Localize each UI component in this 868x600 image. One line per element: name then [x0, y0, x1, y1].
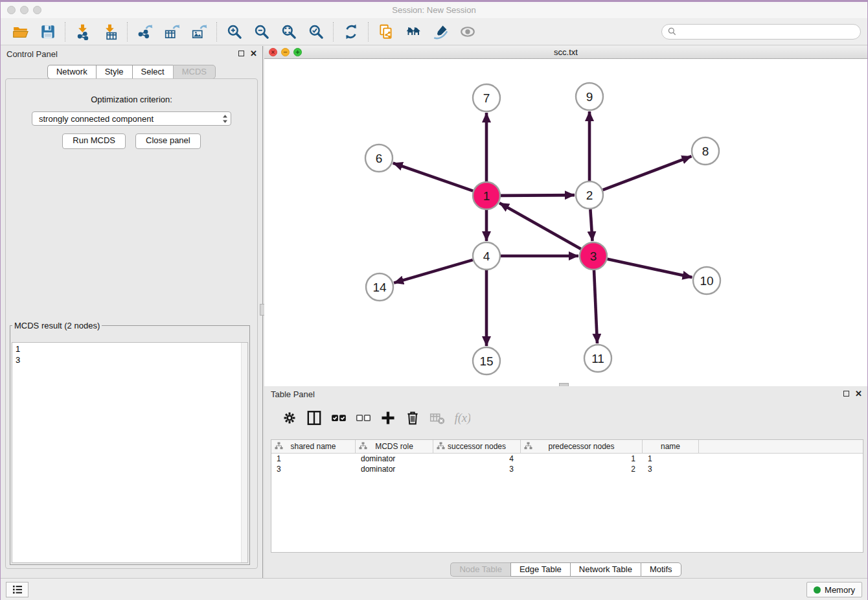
delete-columns-button[interactable]	[400, 410, 425, 426]
tab-edge-table[interactable]: Edge Table	[510, 562, 570, 577]
tab-motifs[interactable]: Motifs	[641, 562, 681, 577]
tab-select[interactable]: Select	[132, 65, 173, 79]
column-header-successor-nodes[interactable]: successor nodes	[433, 440, 521, 453]
table-row[interactable]: 3dominator323	[271, 464, 863, 474]
tab-network[interactable]: Network	[47, 65, 96, 79]
node-label-4: 4	[483, 249, 490, 263]
window-title: Session: New Session	[1, 5, 867, 15]
task-history-button[interactable]	[6, 582, 29, 597]
toolbar-buttons	[7, 21, 481, 43]
search-icon	[668, 27, 676, 36]
edge-2-8[interactable]	[603, 156, 692, 190]
clone-network-button[interactable]	[372, 21, 400, 43]
memory-button[interactable]: Memory	[806, 582, 862, 597]
table-row[interactable]: 1dominator411	[271, 454, 863, 464]
show-networks-icon	[405, 23, 422, 40]
network-window-titlebar[interactable]: scc.txt	[264, 46, 867, 59]
import-table-icon	[102, 23, 119, 40]
tab-mcds[interactable]: MCDS	[173, 65, 216, 79]
import-table-button[interactable]	[97, 21, 124, 43]
toolbar-separator	[127, 22, 128, 41]
run-mcds-button[interactable]: Run MCDS	[62, 133, 126, 149]
function-builder-button: f(x)	[450, 410, 474, 426]
delete-columns-icon	[404, 410, 421, 426]
node-label-15: 15	[479, 354, 493, 368]
table-panel: Table Panel ✕ f(x) shared nameMCDS roles…	[264, 386, 867, 579]
export-table-button[interactable]	[159, 21, 186, 43]
table-tabs: Node TableEdge TableNetwork TableMotifs	[264, 562, 867, 577]
column-label: shared name	[290, 442, 336, 451]
edge-1-6[interactable]	[393, 163, 474, 191]
paint-style-button[interactable]	[427, 21, 454, 43]
edge-3-11[interactable]	[594, 270, 597, 343]
show-networks-button[interactable]	[400, 21, 427, 43]
column-header-predecessor-nodes[interactable]: predecessor nodes	[521, 440, 643, 453]
table-settings-button[interactable]	[277, 410, 302, 426]
result-scrollbar[interactable]	[241, 343, 247, 562]
table-body: 1dominator4113dominator323	[271, 454, 863, 474]
cell-mcds-role: dominator	[356, 464, 433, 474]
node-label-14: 14	[372, 281, 387, 294]
network-canvas[interactable]: 1234678910111415	[264, 59, 867, 386]
function-builder-icon: f(x)	[453, 410, 470, 426]
float-table-panel-icon[interactable]	[843, 391, 849, 397]
node-label-9: 9	[586, 90, 593, 104]
table-settings-icon	[281, 410, 298, 426]
search-input[interactable]	[680, 27, 854, 37]
tab-style[interactable]: Style	[96, 65, 132, 79]
apply-layout-button[interactable]	[337, 21, 365, 43]
split-table-button[interactable]	[302, 410, 326, 426]
node-label-1: 1	[483, 189, 490, 203]
node-label-3: 3	[590, 249, 597, 263]
add-column-button[interactable]	[376, 410, 400, 426]
control-panel-tabs: NetworkStyleSelectMCDS	[1, 65, 262, 79]
column-header-mcds-role[interactable]: MCDS role	[356, 440, 433, 453]
float-panel-icon[interactable]	[238, 51, 244, 56]
export-network-icon	[137, 23, 154, 40]
status-bar: Memory	[1, 578, 867, 600]
column-header-name[interactable]: name	[643, 440, 699, 453]
select-all-columns-button[interactable]	[326, 410, 351, 426]
edge-3-1[interactable]	[499, 203, 581, 249]
mcds-result-list[interactable]: 13	[12, 342, 248, 563]
close-panel-icon[interactable]: ✕	[250, 50, 257, 57]
zoom-selected-button[interactable]	[303, 21, 330, 43]
edge-3-10[interactable]	[608, 259, 692, 277]
mcds-result-line: 3	[16, 354, 247, 365]
table-toolbar: f(x)	[271, 404, 862, 432]
save-session-button[interactable]	[34, 21, 62, 43]
open-session-button[interactable]	[7, 21, 34, 43]
zoom-out-icon	[253, 23, 270, 40]
edge-1-2[interactable]	[501, 195, 575, 196]
zoom-fit-button[interactable]	[275, 21, 303, 43]
unselect-all-columns-button[interactable]	[351, 410, 376, 426]
edge-4-14[interactable]	[394, 260, 473, 283]
clone-network-icon	[378, 23, 394, 40]
column-header-shared-name[interactable]: shared name	[271, 440, 356, 453]
zoom-selected-icon	[308, 23, 325, 40]
tab-network-table[interactable]: Network Table	[570, 562, 641, 577]
import-network-button[interactable]	[69, 21, 97, 43]
search-box[interactable]	[661, 24, 861, 40]
toolbar-separator	[65, 22, 66, 41]
node-label-6: 6	[376, 152, 383, 165]
unselect-all-columns-icon	[355, 410, 372, 426]
import-network-icon	[74, 23, 91, 40]
optimization-criterion-label: Optimization criterion:	[6, 95, 257, 104]
zoom-out-button[interactable]	[248, 21, 275, 43]
mcds-result-title: MCDS result (2 nodes)	[12, 321, 102, 330]
export-image-button[interactable]	[186, 21, 213, 43]
optimization-criterion-select[interactable]: strongly connected component	[32, 111, 231, 126]
export-network-button[interactable]	[131, 21, 159, 43]
mcds-result-group: MCDS result (2 nodes) 13	[10, 321, 250, 565]
close-panel-button[interactable]: Close panel	[135, 133, 201, 149]
cell-predecessor-nodes: 1	[521, 454, 643, 464]
column-label: name	[661, 442, 680, 451]
zoom-in-button[interactable]	[221, 21, 248, 43]
tab-node-table[interactable]: Node Table	[450, 562, 510, 577]
node-label-7: 7	[483, 91, 490, 105]
edge-2-3[interactable]	[590, 209, 592, 241]
open-session-icon	[12, 23, 29, 40]
close-table-panel-icon[interactable]: ✕	[855, 390, 862, 397]
network-window-title: scc.txt	[264, 47, 867, 57]
